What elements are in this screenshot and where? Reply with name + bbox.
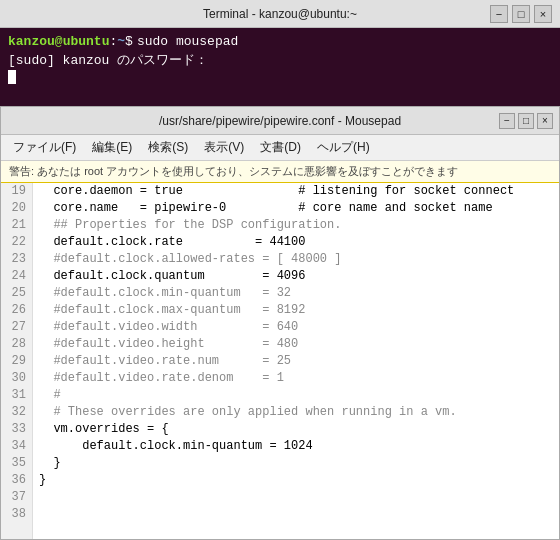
code-line: #default.video.height = 480 [39,336,553,353]
line-number: 21 [7,217,26,234]
line-number: 20 [7,200,26,217]
code-line: core.daemon = true # listening for socke… [39,183,553,200]
line-number: 36 [7,472,26,489]
code-line: } [39,472,553,489]
terminal-title: Terminal - kanzou@ubuntu:~ [203,7,357,21]
mousepad-close-button[interactable]: × [537,113,553,129]
terminal-area: kanzou @ ubuntu : ~ $ sudo mousepad [sud… [0,28,560,106]
terminal-sudo-prompt: [sudo] kanzou のパスワード： [8,51,552,69]
code-line: vm.overrides = { [39,421,553,438]
warning-text: 警告: あなたは root アカウントを使用しており、システムに悪影響を及ぼすこ… [9,165,458,177]
code-line: #default.clock.max-quantum = 8192 [39,302,553,319]
code-line: # These overrides are only applied when … [39,404,553,421]
terminal-titlebar: Terminal - kanzou@ubuntu:~ − □ × [0,0,560,28]
terminal-colon: : [109,34,117,49]
terminal-path: ~ [117,34,125,49]
terminal-prompt-line: kanzou @ ubuntu : ~ $ sudo mousepad [8,34,552,49]
terminal-at: @ [55,34,63,49]
menu-search[interactable]: 検索(S) [140,136,196,159]
mousepad-window-controls: − □ × [499,113,553,129]
line-number: 22 [7,234,26,251]
terminal-cursor [8,69,552,84]
terminal-user: kanzou [8,34,55,49]
line-number: 31 [7,387,26,404]
terminal-host: ubuntu [63,34,110,49]
code-line: # [39,387,553,404]
terminal-dollar: $ [125,34,133,49]
line-number: 25 [7,285,26,302]
code-line: #default.video.width = 640 [39,319,553,336]
line-number: 28 [7,336,26,353]
menu-file[interactable]: ファイル(F) [5,136,84,159]
menu-help[interactable]: ヘルプ(H) [309,136,378,159]
mousepad-title-text: /usr/share/pipewire/pipewire.conf - Mous… [159,114,401,128]
terminal-minimize-button[interactable]: − [490,5,508,23]
line-number: 24 [7,268,26,285]
menu-edit[interactable]: 編集(E) [84,136,140,159]
line-number: 35 [7,455,26,472]
mousepad-menubar: ファイル(F) 編集(E) 検索(S) 表示(V) 文書(D) ヘルプ(H) [1,135,559,161]
line-number: 33 [7,421,26,438]
code-line: default.clock.min-quantum = 1024 [39,438,553,455]
mousepad-minimize-button[interactable]: − [499,113,515,129]
code-line: #default.video.rate.num = 25 [39,353,553,370]
terminal-close-button[interactable]: × [534,5,552,23]
mousepad-titlebar: /usr/share/pipewire/pipewire.conf - Mous… [1,107,559,135]
line-number: 19 [7,183,26,200]
line-number: 29 [7,353,26,370]
code-line: core.name = pipewire-0 # core name and s… [39,200,553,217]
line-number: 27 [7,319,26,336]
code-line: ## Properties for the DSP configuration. [39,217,553,234]
line-number: 26 [7,302,26,319]
line-number: 38 [7,506,26,523]
editor-area[interactable]: 1920212223242526272829303132333435363738… [1,183,559,539]
line-number: 32 [7,404,26,421]
line-number: 30 [7,370,26,387]
mousepad-window: /usr/share/pipewire/pipewire.conf - Mous… [0,106,560,540]
terminal-command: sudo mousepad [137,34,238,49]
line-number: 23 [7,251,26,268]
menu-view[interactable]: 表示(V) [196,136,252,159]
line-number: 37 [7,489,26,506]
code-line: #default.clock.allowed-rates = [ 48000 ] [39,251,553,268]
menu-document[interactable]: 文書(D) [252,136,309,159]
terminal-window-controls: − □ × [490,5,552,23]
terminal-maximize-button[interactable]: □ [512,5,530,23]
code-line: default.clock.quantum = 4096 [39,268,553,285]
code-line: #default.clock.min-quantum = 32 [39,285,553,302]
code-content[interactable]: core.daemon = true # listening for socke… [33,183,559,539]
code-line: } [39,455,553,472]
code-line: #default.video.rate.denom = 1 [39,370,553,387]
mousepad-maximize-button[interactable]: □ [518,113,534,129]
warning-bar: 警告: あなたは root アカウントを使用しており、システムに悪影響を及ぼすこ… [1,161,559,183]
line-numbers: 1920212223242526272829303132333435363738 [1,183,33,539]
code-line: default.clock.rate = 44100 [39,234,553,251]
line-number: 34 [7,438,26,455]
